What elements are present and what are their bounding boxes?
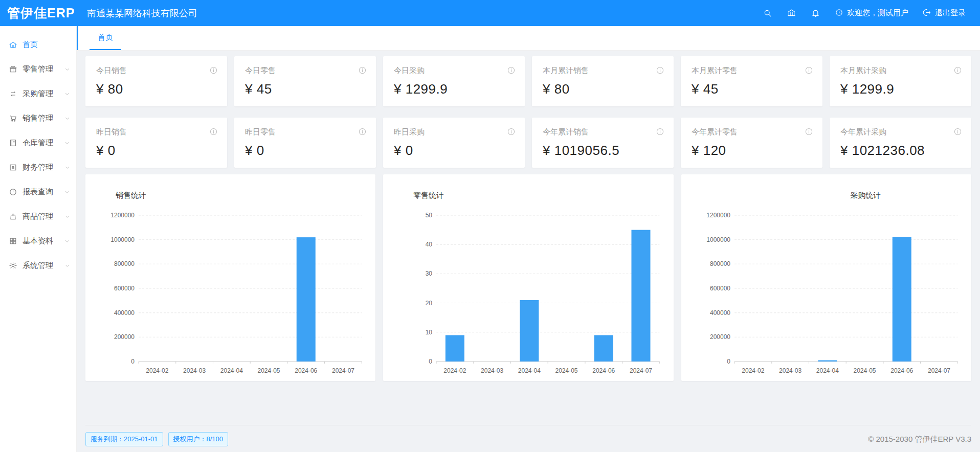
finance-icon — [9, 163, 17, 172]
svg-text:800000: 800000 — [710, 260, 730, 267]
sidebar-item-system[interactable]: 系统管理 — [0, 253, 76, 278]
sidebar-item-label: 财务管理 — [23, 163, 53, 172]
stat-card: 本月累计采购¥ 1299.9 — [830, 56, 971, 106]
stat-label: 今年累计零售 — [692, 127, 738, 137]
sidebar-item-home[interactable]: 首页 — [0, 32, 76, 57]
clock-icon — [835, 8, 843, 17]
svg-text:50: 50 — [426, 212, 433, 219]
bar-2024-06 — [892, 237, 911, 361]
svg-text:2024-05: 2024-05 — [257, 367, 280, 374]
info-icon[interactable] — [805, 127, 813, 136]
stat-value: ¥ 0 — [394, 143, 516, 159]
stat-value: ¥ 0 — [96, 143, 218, 159]
licensed-users-badge[interactable]: 授权用户：8/100 — [168, 432, 229, 446]
logout-button[interactable]: 退出登录 — [923, 8, 966, 18]
chevron-down-icon — [64, 263, 70, 268]
info-icon[interactable] — [507, 66, 516, 75]
stat-label: 今日零售 — [245, 66, 276, 76]
svg-text:0: 0 — [727, 358, 730, 365]
chevron-down-icon — [64, 189, 70, 195]
stat-label: 今日销售 — [96, 66, 127, 76]
chevron-down-icon — [64, 214, 70, 219]
search-icon-button[interactable] — [763, 8, 772, 18]
info-icon[interactable] — [656, 66, 664, 75]
purchase-icon — [9, 89, 17, 98]
system-icon — [9, 261, 17, 270]
chart-card-2: 零售统计010203040502024-022024-032024-042024… — [383, 174, 673, 381]
info-icon[interactable] — [358, 66, 367, 75]
chart-card-1: 销售统计020000040000060000080000010000001200… — [85, 174, 375, 381]
logout-icon — [923, 8, 931, 17]
bell-icon — [811, 8, 820, 18]
svg-text:2024-06: 2024-06 — [593, 367, 615, 374]
sidebar-item-label: 系统管理 — [23, 261, 53, 270]
svg-text:1000000: 1000000 — [706, 236, 730, 243]
sidebar-item-label: 采购管理 — [23, 89, 53, 99]
charts-grid: 销售统计020000040000060000080000010000001200… — [85, 174, 971, 381]
info-icon[interactable] — [209, 66, 218, 75]
bar-2024-06 — [297, 237, 316, 361]
chevron-down-icon — [64, 66, 70, 72]
bank-icon-button[interactable] — [787, 8, 796, 18]
svg-text:2024-04: 2024-04 — [220, 367, 243, 374]
stat-card: 今日销售¥ 80 — [85, 56, 227, 106]
stat-value: ¥ 1019056.5 — [543, 143, 664, 159]
info-icon[interactable] — [656, 127, 664, 136]
info-icon[interactable] — [805, 66, 813, 75]
info-icon[interactable] — [209, 127, 218, 136]
stat-label: 昨日零售 — [245, 127, 276, 137]
stat-card: 昨日采购¥ 0 — [383, 118, 525, 168]
info-icon[interactable] — [358, 127, 367, 136]
chevron-down-icon — [64, 91, 70, 97]
company-name: 南通某某网络科技有限公司 — [87, 7, 197, 19]
chevron-down-icon — [64, 165, 70, 170]
welcome-text: 欢迎您，测试用户 — [847, 8, 908, 18]
copyright-text: © 2015-2030 管伊佳ERP V3.3 — [868, 435, 971, 444]
basic-icon — [9, 237, 17, 245]
info-icon[interactable] — [953, 127, 962, 136]
svg-text:2024-05: 2024-05 — [555, 367, 578, 374]
sidebar-item-finance[interactable]: 财务管理 — [0, 155, 76, 179]
chart-title: 采购统计 — [850, 191, 881, 199]
svg-text:2024-06: 2024-06 — [295, 367, 317, 374]
svg-text:2024-07: 2024-07 — [928, 367, 950, 374]
stat-label: 今年累计销售 — [543, 127, 589, 137]
sidebar-item-purchase[interactable]: 采购管理 — [0, 81, 76, 106]
svg-text:0: 0 — [429, 358, 433, 365]
sidebar-item-sales[interactable]: 销售管理 — [0, 106, 76, 130]
svg-text:800000: 800000 — [114, 260, 135, 267]
info-icon[interactable] — [953, 66, 962, 75]
sidebar-item-report[interactable]: 报表查询 — [0, 179, 76, 204]
sidebar-item-basic[interactable]: 基本资料 — [0, 229, 76, 253]
page-footer: 服务到期：2025-01-01 授权用户：8/100 © 2015-2030 管… — [85, 425, 971, 446]
sidebar-item-goods[interactable]: 商品管理 — [0, 204, 76, 229]
svg-text:600000: 600000 — [114, 285, 135, 292]
svg-text:10: 10 — [426, 329, 433, 336]
logout-icon — [923, 8, 931, 18]
service-expire-badge[interactable]: 服务到期：2025-01-01 — [85, 432, 163, 446]
bell-icon-button[interactable] — [811, 8, 820, 18]
info-icon[interactable] — [507, 127, 516, 136]
stat-card: 本月累计销售¥ 80 — [532, 56, 674, 106]
bar-2024-06 — [594, 335, 613, 362]
svg-text:1200000: 1200000 — [706, 212, 730, 219]
chevron-down-icon — [64, 140, 70, 146]
svg-text:2024-02: 2024-02 — [146, 367, 168, 374]
stat-value: ¥ 45 — [692, 81, 813, 97]
welcome-user[interactable]: 欢迎您，测试用户 — [835, 8, 908, 18]
sidebar-item-warehouse[interactable]: 仓库管理 — [0, 130, 76, 155]
app-logo: 管伊佳ERP — [0, 5, 77, 21]
stat-value: ¥ 80 — [543, 81, 664, 97]
bar-2024-04 — [520, 300, 539, 361]
tab-home[interactable]: 首页 — [90, 26, 121, 50]
svg-text:2024-03: 2024-03 — [183, 367, 206, 374]
svg-text:20: 20 — [426, 300, 433, 307]
sidebar-item-retail[interactable]: 零售管理 — [0, 57, 76, 81]
stat-label: 本月累计采购 — [840, 66, 886, 76]
svg-text:400000: 400000 — [114, 309, 135, 317]
svg-text:2024-07: 2024-07 — [630, 367, 652, 374]
bar-2024-04 — [818, 360, 837, 361]
stat-value: ¥ 120 — [692, 143, 813, 159]
stat-card: 昨日零售¥ 0 — [234, 118, 376, 168]
svg-text:0: 0 — [131, 358, 135, 365]
